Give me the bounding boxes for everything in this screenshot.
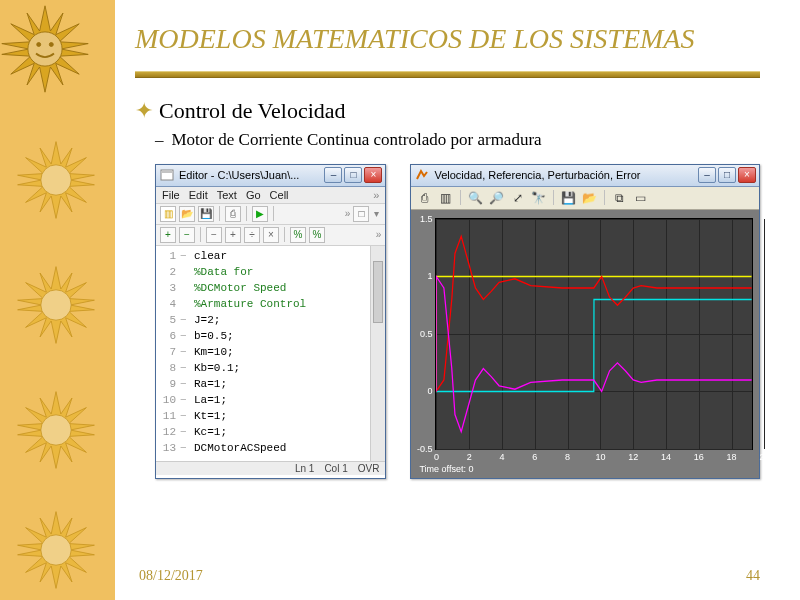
matlab-editor-window: Editor - C:\Users\Juan\... – □ × File Ed… — [155, 164, 386, 479]
minimize-button[interactable]: – — [698, 167, 716, 183]
code-line[interactable]: 10−La=1; — [156, 392, 385, 408]
toolbar-overflow[interactable]: » — [345, 208, 351, 219]
print-icon[interactable]: ⎙ — [225, 206, 241, 222]
x-tick: 14 — [661, 452, 671, 462]
cell-minus-icon[interactable]: − — [179, 227, 195, 243]
float-icon[interactable]: ⧉ — [611, 189, 628, 206]
svg-point-3 — [49, 43, 53, 47]
code-line[interactable]: 8−Kb=0.1; — [156, 360, 385, 376]
status-line: Ln 1 — [295, 463, 314, 474]
plot-axes[interactable]: 02468101214161820-0.500.511.5 — [435, 218, 753, 450]
svg-point-2 — [37, 43, 41, 47]
zoom-out-icon[interactable]: 🔎 — [488, 189, 505, 206]
editor-statusbar: Ln 1 Col 1 OVR — [156, 461, 385, 475]
toolbar-divider — [200, 227, 201, 242]
y-tick: 1 — [427, 271, 432, 281]
restore-settings-icon[interactable]: 📂 — [581, 189, 598, 206]
figure-window-buttons: – □ × — [698, 167, 756, 183]
new-file-icon[interactable]: ▥ — [160, 206, 176, 222]
footer-page: 44 — [746, 568, 760, 584]
figure-toolbar: ⎙ ▥ 🔍 🔎 ⤢ 🔭 💾 📂 ⧉ ▭ — [411, 187, 759, 210]
save-settings-icon[interactable]: 💾 — [560, 189, 577, 206]
autoscale-icon[interactable]: 🔭 — [530, 189, 547, 206]
y-tick: 0 — [427, 386, 432, 396]
time-offset-label: Time offset: 0 — [419, 464, 753, 474]
sun-decoration — [16, 140, 96, 220]
sun-decoration — [16, 510, 96, 590]
sun-decoration — [16, 390, 96, 470]
menu-file[interactable]: File — [162, 189, 180, 201]
code-line[interactable]: 13−DCMotorACSpeed — [156, 440, 385, 456]
minimize-button[interactable]: – — [324, 167, 342, 183]
x-tick: 20 — [759, 452, 769, 462]
title-divider — [135, 71, 760, 78]
sun-decoration — [16, 265, 96, 345]
op-mul-icon[interactable]: × — [263, 227, 279, 243]
slide-title: MODELOS MATEMATICOS DE LOS SISTEMAS — [135, 24, 760, 55]
code-line[interactable]: 7−Km=10; — [156, 344, 385, 360]
print-icon[interactable]: ⎙ — [416, 189, 433, 206]
menu-go[interactable]: Go — [246, 189, 261, 201]
footer-date: 08/12/2017 — [139, 568, 203, 584]
menu-cell[interactable]: Cell — [270, 189, 289, 201]
editor-window-buttons: – □ × — [324, 167, 382, 183]
close-button[interactable]: × — [738, 167, 756, 183]
toolbar-divider — [273, 206, 274, 221]
figure-title: Velocidad, Referencia, Perturbación, Err… — [434, 169, 698, 181]
percent-icon[interactable]: % — [290, 227, 306, 243]
run-icon[interactable]: ▶ — [252, 206, 268, 222]
matlab-figure-icon — [415, 168, 429, 182]
toolbar-divider — [246, 206, 247, 221]
svg-point-1 — [28, 32, 62, 66]
code-line[interactable]: 6−b=0.5; — [156, 328, 385, 344]
code-editor-area[interactable]: 1−clear2%Data for3%DCMotor Speed4%Armatu… — [156, 246, 385, 461]
params-icon[interactable]: ▥ — [437, 189, 454, 206]
code-line[interactable]: 12−Kc=1; — [156, 424, 385, 440]
editor-toolbar: ▥ 📂 💾 ⎙ ▶ » □ ▾ — [156, 204, 385, 225]
maximize-button[interactable]: □ — [344, 167, 362, 183]
x-tick: 4 — [500, 452, 505, 462]
op-div-icon[interactable]: ÷ — [244, 227, 260, 243]
slide-footer: 08/12/2017 44 — [115, 568, 760, 584]
zoom-in-icon[interactable]: 🔍 — [467, 189, 484, 206]
menu-text[interactable]: Text — [217, 189, 237, 201]
toolbar-dropdown-icon[interactable]: ▾ — [372, 208, 381, 219]
menu-edit[interactable]: Edit — [189, 189, 208, 201]
x-tick: 6 — [532, 452, 537, 462]
star-bullet-icon: ✦ — [135, 98, 153, 123]
toolbar-divider — [553, 190, 554, 205]
save-icon[interactable]: 💾 — [198, 206, 214, 222]
code-line[interactable]: 3%DCMotor Speed — [156, 280, 385, 296]
code-line[interactable]: 1−clear — [156, 248, 385, 264]
op-minus-icon[interactable]: − — [206, 227, 222, 243]
zoom-x-icon[interactable]: ⤢ — [509, 189, 526, 206]
figure-titlebar[interactable]: Velocidad, Referencia, Perturbación, Err… — [411, 165, 759, 187]
vertical-scrollbar[interactable] — [370, 246, 385, 461]
dock-icon[interactable]: ▭ — [632, 189, 649, 206]
maximize-button[interactable]: □ — [718, 167, 736, 183]
dash-bullet: – — [155, 130, 164, 149]
x-tick: 8 — [565, 452, 570, 462]
code-line[interactable]: 11−Kt=1; — [156, 408, 385, 424]
code-line[interactable]: 9−Ra=1; — [156, 376, 385, 392]
percent2-icon[interactable]: % — [309, 227, 325, 243]
toolbar-square-icon[interactable]: □ — [353, 206, 369, 222]
open-file-icon[interactable]: 📂 — [179, 206, 195, 222]
svg-point-5 — [41, 165, 71, 195]
editor-toolbar-2: + − − + ÷ × % % » — [156, 225, 385, 246]
plot-series — [436, 219, 752, 449]
op-plus-icon[interactable]: + — [225, 227, 241, 243]
toolbar-overflow[interactable]: » — [376, 229, 382, 240]
code-line[interactable]: 4%Armature Control — [156, 296, 385, 312]
editor-title: Editor - C:\Users\Juan\... — [179, 169, 324, 181]
menu-overflow[interactable]: » — [373, 189, 379, 201]
toolbar-divider — [604, 190, 605, 205]
code-line[interactable]: 5−J=2; — [156, 312, 385, 328]
close-button[interactable]: × — [364, 167, 382, 183]
code-line[interactable]: 2%Data for — [156, 264, 385, 280]
cell-plus-icon[interactable]: + — [160, 227, 176, 243]
editor-titlebar[interactable]: Editor - C:\Users\Juan\... – □ × — [156, 165, 385, 187]
figure-body: 02468101214161820-0.500.511.5 Time offse… — [411, 210, 759, 478]
x-tick: 2 — [467, 452, 472, 462]
editor-menubar: File Edit Text Go Cell » — [156, 187, 385, 204]
